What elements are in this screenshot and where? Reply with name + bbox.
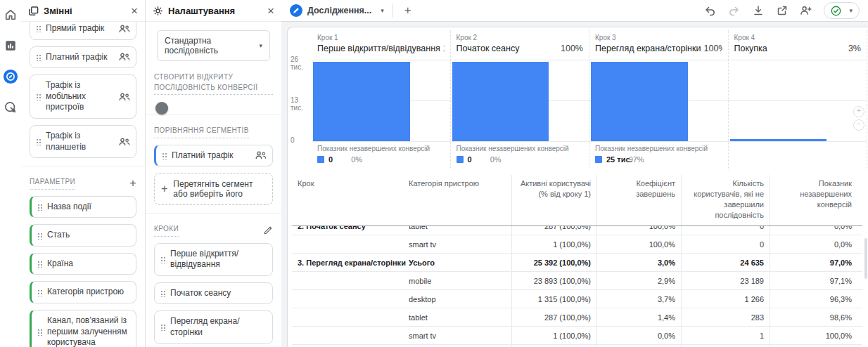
funnel-step-percent: 100% — [561, 44, 583, 53]
funnel-bar[interactable] — [313, 62, 410, 141]
drag-handle-icon[interactable] — [36, 25, 41, 32]
table-row[interactable]: mobile 23 893 (100,0%) 2,9% 23 189 97,1% — [292, 272, 862, 290]
parameter-chip[interactable]: Стать — [30, 224, 136, 247]
column-header[interactable]: Коефіцієнт завершень — [596, 175, 681, 225]
tab-exploration[interactable]: Дослідження... ▾ — [288, 0, 392, 21]
main-area: Дослідження... ▾ + — [281, 0, 868, 347]
funnel-step-name: Початок сеансу — [457, 44, 520, 53]
applied-segment-chip[interactable]: Платний трафік — [154, 145, 273, 167]
toggle-knob — [155, 102, 168, 114]
status-pill[interactable]: ▾ — [824, 2, 860, 19]
column-header[interactable]: Активні користувачі (% від кроку 1) — [511, 175, 596, 225]
home-icon[interactable] — [3, 7, 18, 22]
table-body: 2. Початок сеансу tablet 287 (100,0%) 10… — [292, 226, 862, 347]
drag-handle-icon[interactable] — [37, 328, 42, 336]
cell-step: 2. Початок сеансу — [292, 226, 403, 235]
parameter-chip[interactable]: Назва події — [30, 196, 136, 218]
table-row[interactable]: smart tv 1 (100,0%) 100,0% 0 0,0% — [292, 235, 862, 254]
divider — [21, 166, 145, 166]
drag-handle-icon[interactable] — [160, 289, 165, 297]
drag-handle-icon[interactable] — [37, 232, 42, 240]
undo-icon[interactable] — [704, 5, 716, 17]
drag-handle-icon[interactable] — [160, 323, 165, 331]
funnel-step-chip[interactable]: Перше відкриття/відвідування — [154, 243, 273, 276]
table-row[interactable]: 2. Початок сеансу tablet 287 (100,0%) 10… — [292, 226, 862, 235]
tab-chevron-down-icon[interactable]: ▾ — [381, 7, 384, 14]
funnel-step-name: Перше відкриття/відвідування — [317, 44, 440, 53]
parameter-chip[interactable]: Канал, пов’язаний із першим залученням к… — [30, 310, 136, 347]
legend-percent: 97% — [629, 155, 644, 164]
segment-chip[interactable]: Трафік із планшетів — [30, 125, 136, 158]
funnel-step-column: Крок 4 Покупка 3% — [728, 30, 867, 169]
segment-chip[interactable]: Платний трафік — [30, 46, 136, 69]
table-row[interactable]: 3. Перегляд екрана/сторінки Усього 25 39… — [292, 254, 862, 272]
cell-active-users: 25 392 (100,0%) — [511, 254, 596, 271]
funnel-step-column: Крок 2 Початок сеансу 100% Показник неза… — [450, 30, 589, 169]
cell-abandonments: 24 635 — [681, 254, 770, 271]
new-tab-button[interactable]: + — [393, 4, 423, 18]
cell-abandonment-rate: 98,6% — [770, 308, 857, 326]
segment-chip[interactable]: Прямий трафік — [30, 22, 136, 40]
table-scrollbar[interactable] — [864, 238, 867, 279]
zoom-in-button[interactable]: + — [853, 106, 864, 117]
funnel-bar[interactable] — [452, 62, 549, 141]
technique-select[interactable]: Стандартна послідовність ▾ — [157, 30, 270, 61]
add-parameter-button[interactable]: + — [129, 177, 136, 189]
cell-completion-rate: 1,4% — [596, 308, 681, 326]
legend-title: Показник незавершених конверсій — [457, 145, 584, 152]
redo-icon[interactable] — [728, 5, 740, 17]
y-axis-tick: 0 — [291, 136, 312, 144]
edit-steps-pencil-icon[interactable] — [263, 225, 273, 235]
drag-handle-icon[interactable] — [162, 152, 167, 159]
add-user-icon[interactable] — [800, 5, 812, 17]
zoom-out-button[interactable]: − — [853, 119, 864, 131]
funnel-step-name: Перегляд екрана/сторінки — [595, 44, 701, 53]
check-circle-icon — [831, 6, 841, 16]
column-header[interactable]: Крок — [292, 175, 403, 225]
download-icon[interactable] — [752, 5, 764, 17]
parameters-section-label: ПАРАМЕТРИ + — [30, 177, 136, 190]
funnel-step-label: Крок 4 — [734, 34, 862, 41]
segment-comparison-label: ПОРІВНЯННЯ СЕГМЕНТІВ — [154, 126, 273, 138]
funnel-step-header: Крок 4 Покупка 3% — [729, 30, 867, 62]
drag-handle-icon[interactable] — [37, 203, 42, 211]
cell-device: tablet — [403, 226, 511, 235]
settings-close-icon[interactable]: × — [267, 5, 274, 17]
cell-device: smart tv — [403, 235, 511, 253]
cell-abandonment-rate: 97,1% — [770, 272, 857, 289]
funnel-columns: Крок 1 Перше відкриття/відвідування 100%… — [312, 30, 867, 169]
drag-handle-icon[interactable] — [36, 138, 41, 145]
table-row[interactable]: smart tv 1 (100,0%) 0,0% 1 100,0% — [292, 327, 862, 345]
parameter-chip[interactable]: Категорія пристрою — [30, 281, 136, 303]
column-header[interactable]: Показник незавершених конверсій — [770, 175, 857, 225]
y-axis-tick: 26 тис. — [291, 55, 312, 71]
drag-handle-icon[interactable] — [37, 260, 42, 268]
funnel-bar[interactable] — [591, 62, 688, 141]
export-icon[interactable] — [776, 5, 788, 17]
table-row[interactable]: tablet 287 (100,0%) 1,4% 283 98,6% — [292, 308, 862, 327]
funnel-step-chip[interactable]: Початок сеансу — [154, 282, 273, 305]
column-header[interactable]: Кількість користувачів, які не завершили… — [681, 175, 770, 225]
drag-handle-icon[interactable] — [36, 53, 41, 61]
funnel-bar[interactable] — [730, 139, 827, 141]
parameter-chip[interactable]: Країна — [30, 253, 136, 275]
advertising-icon[interactable] — [3, 100, 18, 115]
column-header[interactable]: Категорія пристрою — [403, 175, 511, 225]
table-row[interactable]: desktop 1 315 (100,0%) 3,7% 1 266 96,3% — [292, 290, 862, 308]
variables-panel-title: Змінні — [44, 6, 126, 16]
funnel-table: Крок Категорія пристрою Активні користув… — [292, 175, 862, 347]
legend-percent: 0% — [351, 155, 362, 164]
visualization-card: 26 тис. 13 тис. 0 Крок 1 Перше відкриття… — [287, 27, 868, 347]
drag-handle-icon[interactable] — [36, 93, 41, 100]
drag-handle-icon[interactable] — [160, 256, 165, 263]
cell-step — [292, 327, 403, 344]
explore-icon-active[interactable] — [3, 69, 18, 84]
drag-handle-icon[interactable] — [37, 289, 42, 296]
reports-icon[interactable] — [3, 38, 18, 53]
people-icon — [119, 25, 130, 33]
cell-completion-rate: 100,0% — [596, 235, 681, 253]
variables-close-icon[interactable]: × — [131, 5, 138, 17]
funnel-step-chip[interactable]: Перегляд екрана/сторінки — [154, 310, 273, 343]
segment-drop-zone[interactable]: + Перетягніть сегмент або виберіть його — [154, 173, 273, 205]
segment-chip[interactable]: Трафік із мобільних пристроїв — [30, 74, 136, 119]
